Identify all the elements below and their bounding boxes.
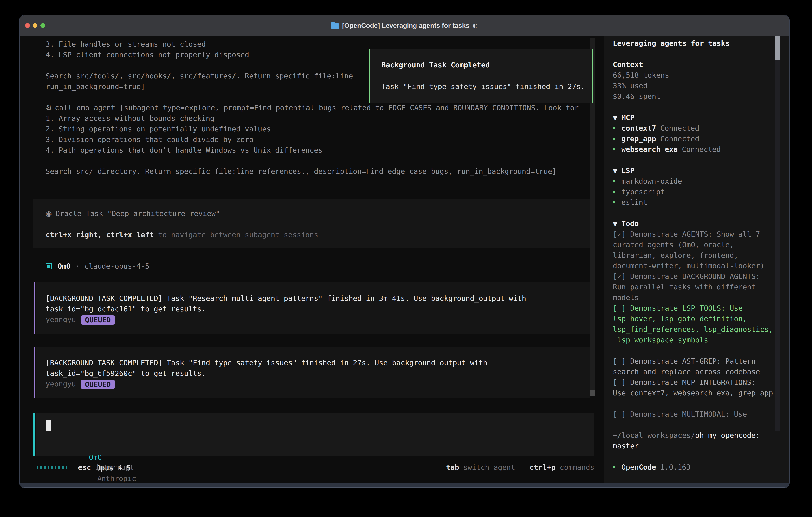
lsp-section-header[interactable]: ▼LSP xyxy=(613,165,775,176)
ctrlp-key-hint: ctrl+p xyxy=(530,463,556,471)
input-provider-name: Anthropic xyxy=(97,474,136,483)
mcp-status: Connected xyxy=(660,124,699,132)
tab-key-hint: tab xyxy=(446,463,459,471)
mcp-item: grep_appConnected xyxy=(613,133,775,144)
todo-line: [ ] Demonstrate MCP INTEGRATIONS: xyxy=(613,377,775,388)
mcp-item: context7Connected xyxy=(613,123,775,133)
tab-key-label: switch agent xyxy=(463,463,515,471)
spinner-icon xyxy=(37,466,67,469)
message-meta: yeongyuQUEUED xyxy=(46,379,590,389)
context-stat: 33% used xyxy=(613,80,775,91)
status-dot-icon xyxy=(613,180,615,182)
terminal-line: 1. Array access without bounds checking xyxy=(46,113,579,124)
todo-line: [✓] Demonstrate BACKGROUND AGENTS: xyxy=(613,271,775,282)
status-bar: esc interrupt tab switch agent ctrl+p co… xyxy=(37,462,594,472)
input-editor[interactable]: OmO Opus 4.5 Anthropic xyxy=(36,413,594,456)
todo-line: search and replace across codebase xyxy=(613,366,775,377)
agent-header: OmO · claude-opus-4-5 xyxy=(46,261,149,272)
todo-line: [ ] Demonstrate LSP TOOLS: Use xyxy=(613,303,775,314)
mcp-item: websearch_exaConnected xyxy=(613,144,775,155)
agent-separator: · xyxy=(75,261,80,272)
fisheye-icon: ◉ xyxy=(46,209,52,218)
todo-line: lsp_workspace_symbols xyxy=(613,335,775,345)
message-line-2: task_id="bg_dcfac161" to get results. xyxy=(46,304,590,314)
model-row: OmO Opus 4.5 Anthropic xyxy=(46,441,136,452)
ctrlp-key-label: commands xyxy=(560,463,594,471)
message-accent-bar xyxy=(34,347,35,398)
todo-line: [✓] Demonstrate AGENTS: Show all 7 xyxy=(613,229,775,239)
terminal-line: 3. Division operations that could divide… xyxy=(46,134,579,145)
background-task-message: [BACKGROUND TASK COMPLETED] Task "Find t… xyxy=(34,347,610,398)
hint-keys: ctrl+x right, ctrl+x left xyxy=(46,230,154,239)
titlebar: [OpenCode] Leveraging agents for tasks ◐ xyxy=(20,16,789,36)
notification-title: Background Task Completed xyxy=(381,60,490,70)
todo-line: lsp_hover, lsp_goto_definition, xyxy=(613,314,775,324)
sidebar-scrollbar[interactable] xyxy=(775,36,780,431)
todo-line: curated agents (OmO, oracle, xyxy=(613,239,775,250)
terminal-line xyxy=(46,155,579,166)
queued-badge: QUEUED xyxy=(81,316,115,325)
todo-section-header[interactable]: ▼Todo xyxy=(613,218,775,229)
status-right: tab switch agent ctrl+p commands xyxy=(446,463,594,471)
status-dot-icon xyxy=(613,191,615,193)
app-version: 1.0.163 xyxy=(660,463,691,471)
close-window-button[interactable] xyxy=(25,23,30,28)
main-scrollbar-thumb[interactable] xyxy=(590,390,594,396)
traffic-lights xyxy=(25,16,45,35)
app-version-line: OpenCode1.0.163 xyxy=(613,462,775,472)
oracle-task-title: ◉Oracle Task "Deep architecture review" xyxy=(46,208,220,219)
message-accent-bar xyxy=(34,282,35,334)
message-line-1: [BACKGROUND TASK COMPLETED] Task "Find t… xyxy=(46,357,590,368)
sidebar-scrollbar-thumb[interactable] xyxy=(775,36,780,60)
message-body: [BACKGROUND TASK COMPLETED] Task "Resear… xyxy=(36,282,590,334)
prompt-input[interactable]: OmO Opus 4.5 Anthropic xyxy=(33,413,614,456)
text-cursor xyxy=(46,420,51,431)
message-line-1: [BACKGROUND TASK COMPLETED] Task "Resear… xyxy=(46,293,590,304)
message-meta: yeongyuQUEUED xyxy=(46,314,590,325)
moon-icon: ◐ xyxy=(472,22,477,29)
minimize-window-button[interactable] xyxy=(33,23,37,28)
zoom-window-button[interactable] xyxy=(40,23,45,28)
mcp-name: websearch_exa xyxy=(621,145,678,153)
terminal-line: 3. File handles or streams not closed xyxy=(46,39,579,49)
context-header: Context xyxy=(613,59,775,70)
mcp-name: context7 xyxy=(621,124,656,132)
mcp-status: Connected xyxy=(660,135,699,143)
window-footer xyxy=(20,483,789,488)
todo-line: document-writer, multimodal-looker) xyxy=(613,261,775,271)
mcp-section-header[interactable]: ▼MCP xyxy=(613,112,775,123)
esc-key-hint: esc xyxy=(78,463,91,471)
folder-icon xyxy=(331,23,339,29)
todo-line: [ ] Demonstrate MULTIMODAL: Use xyxy=(613,409,775,419)
esc-key-label: interrupt xyxy=(95,463,134,471)
workspace-path: ~/local-workspaces/oh-my-opencode: xyxy=(613,430,775,441)
todo-line xyxy=(613,345,775,356)
window-title: [OpenCode] Leveraging agents for tasks xyxy=(342,22,469,29)
message-user: yeongyu xyxy=(46,380,76,388)
status-dot-icon xyxy=(613,201,615,203)
input-accent-bar xyxy=(33,413,35,456)
todo-line: [ ] Demonstrate AST-GREP: Pattern xyxy=(613,356,775,366)
lsp-item: markdown-oxide xyxy=(613,176,775,186)
todo-line: librarian, explore, frontend, xyxy=(613,250,775,261)
todo-line xyxy=(613,398,775,409)
lsp-item: typescript xyxy=(613,186,775,197)
background-task-notification: Background Task Completed Task "Find typ… xyxy=(369,49,593,103)
status-dot-icon xyxy=(613,466,615,468)
lsp-name: markdown-oxide xyxy=(621,177,682,185)
git-branch: master xyxy=(613,441,775,451)
status-dot-icon xyxy=(613,148,615,151)
lsp-item: eslint xyxy=(613,197,775,208)
message-body: [BACKGROUND TASK COMPLETED] Task "Find t… xyxy=(36,347,590,398)
todo-line: lsp_find_references, lsp_diagnostics, xyxy=(613,324,775,335)
agent-square-icon xyxy=(46,263,52,270)
oracle-task-panel[interactable]: ◉Oracle Task "Deep architecture review" … xyxy=(33,199,590,248)
terminal-line: Search src/ directory. Return specific f… xyxy=(46,166,579,176)
agent-name: OmO xyxy=(58,261,70,272)
context-stat: 66,518 tokens xyxy=(613,70,775,80)
terminal-line: 4. Path operations that don't handle Win… xyxy=(46,145,579,155)
hint-text: to navigate between subagent sessions xyxy=(154,230,318,239)
collapse-triangle-icon: ▼ xyxy=(613,167,617,174)
sidebar: Leveraging agents for tasks Context 66,5… xyxy=(604,36,790,483)
context-stat: $0.46 spent xyxy=(613,91,775,102)
